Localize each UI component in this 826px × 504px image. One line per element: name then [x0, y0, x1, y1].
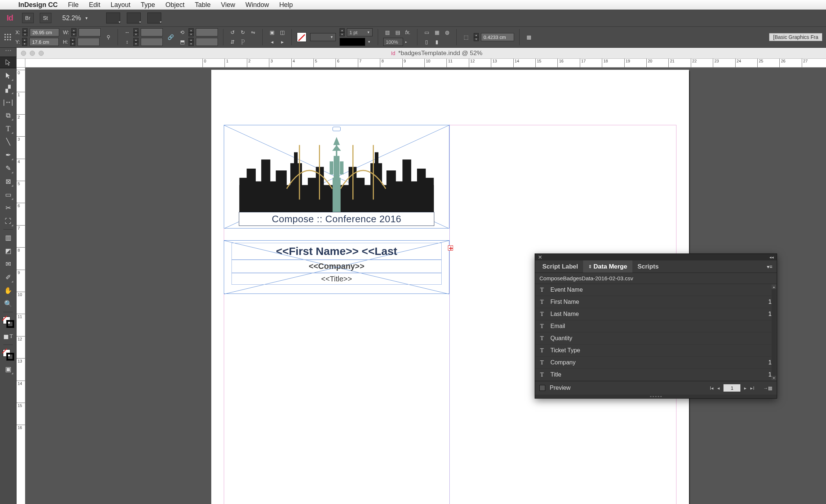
- menu-file[interactable]: File: [68, 1, 79, 9]
- fill-stroke-swatch[interactable]: [2, 316, 14, 328]
- h-field[interactable]: [78, 38, 100, 46]
- text-wrap-jump-next-icon[interactable]: ▮: [433, 38, 441, 46]
- shear-up[interactable]: ▴: [188, 38, 194, 42]
- arrange-documents-button[interactable]: [147, 12, 161, 24]
- menu-edit[interactable]: Edit: [89, 1, 100, 9]
- panel-grip-icon[interactable]: [3, 50, 14, 54]
- window-close-button[interactable]: [21, 51, 26, 56]
- field-row[interactable]: TTitle1: [535, 369, 777, 381]
- content-collector-tool[interactable]: ⧉: [2, 109, 14, 121]
- scaley-dn[interactable]: ▾: [133, 42, 139, 46]
- flip-vertical-icon[interactable]: ⇵: [229, 38, 237, 46]
- screen-mode-button[interactable]: [127, 12, 141, 24]
- create-merged-doc-button[interactable]: →▦: [763, 385, 772, 391]
- strokew-up[interactable]: ▴: [340, 28, 345, 32]
- fill-dropdown[interactable]: ▼: [310, 33, 336, 41]
- text-wrap-shape-icon[interactable]: ◍: [443, 28, 451, 36]
- scroll-down-button[interactable]: ▾: [772, 376, 776, 380]
- field-row[interactable]: TEvent Name: [535, 284, 777, 296]
- corner-radius-field[interactable]: 0.4233 cm: [481, 33, 514, 41]
- field-row[interactable]: TTicket Type: [535, 345, 777, 357]
- menu-help[interactable]: Help: [279, 1, 293, 9]
- object-style-icon[interactable]: ▩: [525, 33, 533, 41]
- tab-scripts[interactable]: Scripts: [632, 260, 664, 273]
- note-tool[interactable]: ✉: [2, 258, 14, 270]
- effects-icon[interactable]: ▤: [394, 28, 402, 36]
- pencil-tool[interactable]: ✎: [2, 162, 14, 174]
- scissors-tool[interactable]: ✂: [2, 202, 14, 214]
- scaley-up[interactable]: ▴: [133, 38, 139, 42]
- rot-dn[interactable]: ▾: [188, 32, 194, 36]
- x-step-up[interactable]: ▴: [22, 28, 28, 32]
- panel-collapse-button[interactable]: ◂◂: [769, 255, 774, 260]
- text-wrap-bound-icon[interactable]: ▦: [433, 28, 441, 36]
- constrain-scale-icon[interactable]: 🔗: [166, 33, 175, 41]
- hand-tool[interactable]: ✋: [2, 285, 14, 296]
- zoom-level-dropdown[interactable]: 52.2% ▼: [62, 14, 89, 22]
- field-row[interactable]: TFirst Name1: [535, 296, 777, 308]
- menu-object[interactable]: Object: [165, 1, 184, 9]
- type-tool[interactable]: T: [2, 123, 14, 134]
- horizontal-ruler[interactable]: 0123456789101112131415161718192021222324…: [25, 59, 826, 68]
- page-tool[interactable]: ▞: [2, 83, 14, 95]
- document-titlebar[interactable]: Id *badgesTemplate.indd @ 52%: [17, 48, 826, 59]
- select-prev-icon[interactable]: ◂: [268, 38, 276, 46]
- tab-script-label[interactable]: Script Label: [537, 260, 583, 273]
- panel-scrollbar[interactable]: ▴ ▾: [772, 285, 776, 380]
- field-row[interactable]: TLast Name1: [535, 308, 777, 320]
- select-next-icon[interactable]: ▸: [278, 38, 286, 46]
- rotation-field[interactable]: [196, 28, 218, 36]
- shear-dn[interactable]: ▾: [188, 42, 194, 46]
- corner-up[interactable]: ▴: [474, 33, 479, 37]
- menu-window[interactable]: Window: [245, 1, 269, 9]
- pen-tool[interactable]: ✒: [2, 149, 14, 161]
- corner-dn[interactable]: ▾: [474, 37, 479, 41]
- stroke-swatch-icon[interactable]: [7, 320, 14, 328]
- rot-up[interactable]: ▴: [188, 28, 194, 32]
- h-step-down[interactable]: ▾: [70, 42, 75, 46]
- eyedropper-tool[interactable]: ✐: [2, 271, 14, 283]
- stroke-weight-field[interactable]: 1 pt▼: [347, 28, 373, 36]
- y-step-down[interactable]: ▾: [22, 42, 27, 46]
- x-step-down[interactable]: ▾: [22, 32, 28, 36]
- view-options-button[interactable]: [106, 12, 120, 24]
- view-mode-button[interactable]: ▣: [2, 363, 14, 375]
- next-record-button[interactable]: ▸: [744, 385, 747, 391]
- w-step-up[interactable]: ▴: [71, 28, 76, 32]
- formatting-affects-swatch[interactable]: [2, 349, 14, 360]
- panel-resize-grip[interactable]: [535, 395, 777, 398]
- menu-type[interactable]: Type: [141, 1, 155, 9]
- reference-point-icon[interactable]: [4, 33, 12, 41]
- fx-icon[interactable]: fx.: [404, 28, 412, 36]
- w-field[interactable]: [79, 28, 101, 36]
- x-field[interactable]: 26.95 cm: [30, 28, 59, 36]
- strokew-dn[interactable]: ▾: [340, 32, 345, 36]
- field-row[interactable]: TQuantity: [535, 332, 777, 345]
- menu-table[interactable]: Table: [195, 1, 211, 9]
- window-minimize-button[interactable]: [30, 51, 35, 56]
- vertical-ruler[interactable]: 012345678910111213141516: [17, 68, 25, 504]
- apply-color-button[interactable]: ◼T: [2, 331, 14, 342]
- rectangle-frame-tool[interactable]: ⊠: [2, 176, 14, 187]
- panel-menu-button[interactable]: ▾≡: [765, 264, 775, 270]
- w-step-down[interactable]: ▾: [71, 32, 76, 36]
- field-row[interactable]: TCompany1: [535, 357, 777, 369]
- last-record-button[interactable]: ▸I: [750, 385, 754, 391]
- rectangle-tool[interactable]: ▭: [2, 189, 14, 201]
- free-transform-tool[interactable]: ⛶: [2, 215, 14, 227]
- text-wrap-jump-icon[interactable]: ▯: [423, 38, 431, 46]
- rotate-cw-icon[interactable]: ↻: [239, 28, 247, 36]
- scalex-up[interactable]: ▴: [133, 28, 139, 32]
- preview-checkbox[interactable]: [539, 385, 545, 391]
- gradient-feather-tool[interactable]: ◩: [2, 245, 14, 257]
- zoom-tool[interactable]: 🔍: [2, 298, 14, 310]
- field-row[interactable]: TEmail: [535, 320, 777, 332]
- text-wrap-none-icon[interactable]: ▭: [423, 28, 431, 36]
- direct-selection-tool[interactable]: [2, 70, 14, 82]
- scale-y-field[interactable]: [141, 38, 163, 46]
- image-frame[interactable]: Compose :: Conference 2016: [224, 125, 449, 228]
- prev-record-button[interactable]: ◂: [717, 385, 720, 391]
- select-container-icon[interactable]: ▣: [268, 28, 276, 36]
- menu-layout[interactable]: Layout: [111, 1, 130, 9]
- line-tool[interactable]: ╲: [2, 136, 14, 148]
